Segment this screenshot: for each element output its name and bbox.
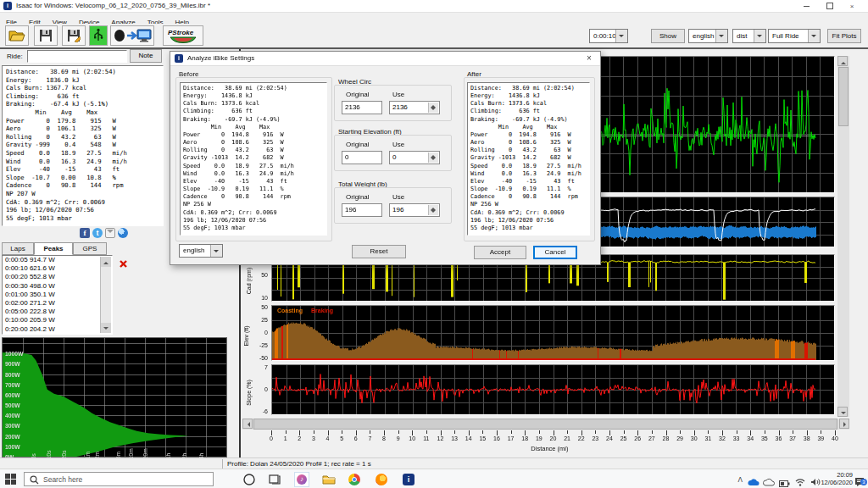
total-weight-use-spinner[interactable]: 196 (389, 203, 440, 217)
save-as-button[interactable] (62, 25, 86, 46)
distance-tick-mark (342, 430, 342, 434)
clock[interactable]: 20:09 12/06/2020 (809, 472, 853, 486)
cortana-icon[interactable] (242, 473, 256, 486)
scroll-down-icon[interactable] (837, 407, 848, 417)
minimize-button[interactable] (797, 3, 815, 10)
peaks-list-item[interactable]: 0:01:00 350.1 W (3, 291, 112, 299)
chrome-icon[interactable] (348, 473, 361, 486)
notification-button[interactable]: 3 (854, 474, 865, 484)
dialog-titlebar[interactable]: i Analyze iBike Settings × (170, 52, 600, 66)
twitter-icon[interactable]: t (92, 228, 103, 238)
usb-connect-button[interactable] (89, 25, 108, 46)
wheel-circ-use-spinner[interactable]: 2136 (389, 101, 440, 114)
power-duration-chart[interactable]: 1000W900W800W700W600W500W400W300W200W100… (2, 337, 227, 458)
power-duration-ytick: 700W (5, 382, 20, 388)
slope-chart[interactable] (271, 364, 835, 415)
power-duration-canvas[interactable] (3, 338, 226, 457)
floppy-disk-pencil-icon (67, 29, 81, 42)
cancel-button[interactable]: Cancel (533, 246, 577, 259)
peaks-list-item[interactable]: 0:00:05 914.7 W (3, 256, 112, 264)
scrollbar-thumb[interactable] (253, 419, 837, 430)
ride-label: Ride: (7, 53, 23, 60)
fit-plots-button[interactable]: Fit Plots (827, 29, 861, 43)
ride-input[interactable] (27, 50, 127, 63)
save-button[interactable] (34, 25, 58, 46)
note-button[interactable]: Note (130, 49, 162, 63)
search-box[interactable]: Search here (24, 472, 214, 486)
battery-icon[interactable] (779, 475, 790, 488)
peaks-list-item[interactable]: 0:05:00 222.8 W (3, 308, 112, 316)
peaks-list-item[interactable]: 0:00:30 498.0 W (3, 282, 112, 291)
charts-horizontal-scrollbar[interactable] (242, 419, 849, 430)
cloud-icon[interactable] (763, 474, 775, 488)
mode-value: dist (737, 32, 747, 40)
file-explorer-icon[interactable] (322, 473, 336, 486)
peaks-scrollbar[interactable] (100, 257, 111, 333)
tab-laps[interactable]: Laps (2, 242, 34, 255)
peaks-list-item[interactable]: 0:10:00 205.9 W (3, 316, 112, 324)
y-axis-tick: -25 (246, 342, 268, 348)
accept-button[interactable]: Accept (474, 246, 526, 259)
close-button[interactable]: × (843, 3, 861, 10)
distance-tick-mark (793, 430, 793, 434)
units-select[interactable]: english (688, 29, 728, 43)
email-icon[interactable] (105, 228, 115, 238)
scroll-right-icon[interactable] (839, 419, 849, 429)
elevation-chart[interactable]: CoastingBraking (271, 305, 835, 361)
tray-expand-icon[interactable]: ᐱ (738, 476, 743, 484)
total-weight-use-value: 196 (392, 206, 403, 214)
download-ride-button[interactable] (110, 25, 154, 46)
distance-tick-mark (680, 430, 681, 434)
starting-elevation-use-spinner[interactable]: 0 (389, 151, 440, 164)
peaks-list-item[interactable]: 0:30:00 204.1 W (3, 334, 112, 335)
app-window: i Isaac for Windows: Velocomp_06_12_2020… (0, 0, 868, 488)
peaks-list-item[interactable]: 0:02:00 271.2 W (3, 299, 112, 308)
tab-peaks[interactable]: Peaks (34, 242, 73, 255)
isaac-icon[interactable]: i (402, 473, 415, 486)
spinner-arrows-icon[interactable] (428, 205, 438, 215)
charts-vertical-scrollbar[interactable] (837, 56, 849, 417)
scroll-up-icon[interactable] (101, 257, 111, 267)
spinner-arrows-icon[interactable] (428, 103, 438, 113)
firefox-icon[interactable] (375, 473, 388, 486)
maximize-button[interactable] (821, 3, 839, 10)
distance-tick-label: 7 (368, 435, 371, 441)
dialog-language-select[interactable]: english (179, 244, 223, 258)
distance-tick-label: 12 (437, 435, 444, 441)
slope-canvas[interactable] (272, 365, 834, 414)
interval-select[interactable]: 0:00:10 (589, 29, 628, 43)
dialog-close-button[interactable]: × (583, 53, 595, 64)
distance-tick-mark (652, 430, 653, 434)
start-button[interactable] (5, 474, 16, 485)
peaks-list-item[interactable]: 0:00:10 621.6 W (3, 264, 112, 273)
elevation-canvas[interactable] (272, 306, 834, 360)
open-file-button[interactable] (5, 25, 29, 46)
scroll-up-icon[interactable] (837, 56, 848, 66)
scroll-down-icon[interactable] (101, 323, 111, 333)
peaks-list-item[interactable]: 0:00:20 552.8 W (3, 273, 112, 281)
distance-tick-label: 40 (832, 435, 838, 441)
delete-peak-button[interactable] (119, 257, 129, 267)
earth-icon[interactable] (118, 228, 128, 238)
spinner-arrows-icon[interactable] (428, 152, 438, 163)
scrollbar-thumb[interactable] (838, 67, 849, 126)
mode-select[interactable]: dist (732, 29, 766, 43)
tab-gps[interactable]: GPS (73, 242, 107, 255)
onedrive-icon[interactable] (748, 474, 760, 488)
itunes-icon[interactable]: ♪ (295, 473, 309, 486)
open-folder-icon (8, 29, 25, 42)
facebook-icon[interactable]: f (80, 228, 90, 238)
show-button[interactable]: Show (651, 29, 685, 43)
peaks-list: 0:00:05 914.7 W0:00:10 621.6 W0:00:20 55… (2, 255, 113, 335)
distance-tick-mark (624, 430, 625, 434)
window-titlebar: i Isaac for Windows: Velocomp_06_12_2020… (0, 0, 868, 13)
peaks-list-item[interactable]: 0:20:00 204.2 W (3, 325, 112, 334)
task-view-icon[interactable] (268, 473, 281, 486)
range-select[interactable]: Full Ride (768, 29, 821, 43)
pstroke-button[interactable]: PStroke (163, 25, 203, 46)
distance-tick-label: 1 (284, 435, 287, 441)
distance-tick-label: 20 (550, 435, 557, 441)
scroll-left-icon[interactable] (242, 419, 253, 429)
reset-button[interactable]: Reset (352, 245, 406, 258)
wifi-icon[interactable] (795, 474, 805, 488)
